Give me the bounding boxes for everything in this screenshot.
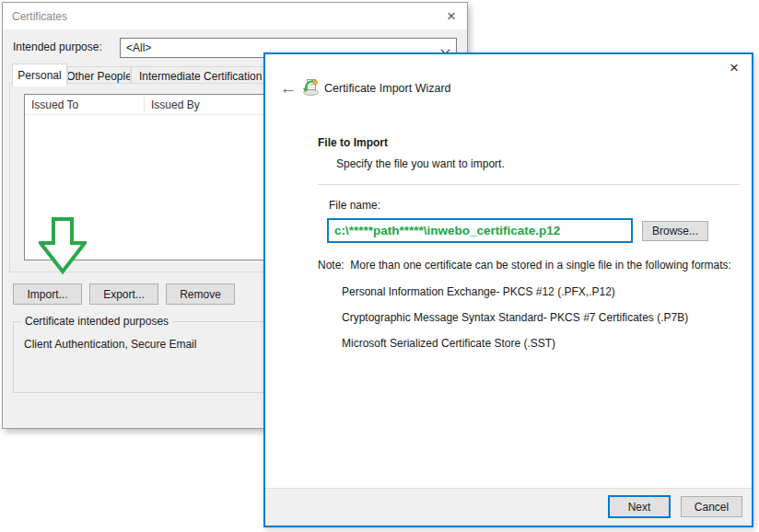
format-item: Cryptographic Message Syntax Standard- P… <box>342 311 688 324</box>
format-item: Microsoft Serialized Certificate Store (… <box>342 337 555 350</box>
wizard-footer <box>265 488 752 526</box>
separator <box>318 184 740 185</box>
screen: Certificates × Intended purpose: <All> P… <box>0 0 759 532</box>
tab-label: Other People <box>67 70 131 83</box>
intended-purpose-value: <All> <box>126 41 151 54</box>
intended-purposes-value: Client Authentication, Secure Email <box>24 338 196 351</box>
column-header-issued-to[interactable]: Issued To <box>31 98 78 111</box>
remove-button[interactable]: Remove <box>166 283 235 305</box>
wizard-title: Certificate Import Wizard <box>324 82 451 95</box>
next-button[interactable]: Next <box>608 495 671 518</box>
tab-personal[interactable]: Personal <box>12 64 67 87</box>
certificates-title: Certificates <box>3 10 67 23</box>
certificate-import-wizard-icon <box>302 78 320 96</box>
page-heading: File to Import <box>318 136 388 149</box>
close-icon[interactable]: × <box>436 3 467 29</box>
cancel-button[interactable]: Cancel <box>681 496 742 517</box>
intended-purpose-label: Intended purpose: <box>13 40 102 53</box>
back-arrow-icon[interactable]: ← <box>276 76 300 100</box>
certificates-titlebar: Certificates × <box>3 3 467 29</box>
page-subheading: Specify the file you want to import. <box>336 157 505 170</box>
import-button[interactable]: Import... <box>13 283 82 305</box>
file-name-label: File name: <box>329 199 380 212</box>
column-divider <box>144 97 145 113</box>
groupbox-legend: Certificate intended purposes <box>21 315 172 328</box>
note-text: Note: More than one certificate can be s… <box>318 259 731 272</box>
tab-label: Personal <box>18 69 61 82</box>
format-item: Personal Information Exchange- PKCS #12 … <box>342 285 615 298</box>
browse-button[interactable]: Browse... <box>642 221 708 241</box>
close-icon[interactable]: × <box>720 56 748 80</box>
column-header-issued-by[interactable]: Issued By <box>151 98 200 111</box>
file-name-input[interactable] <box>327 218 633 243</box>
tab-label: Intermediate Certification A <box>139 70 272 83</box>
certificate-import-wizard-dialog: × ← Certificate Import Wizard File to Im… <box>263 52 753 527</box>
green-down-arrow-annotation <box>39 217 87 274</box>
export-button[interactable]: Export... <box>89 283 158 305</box>
